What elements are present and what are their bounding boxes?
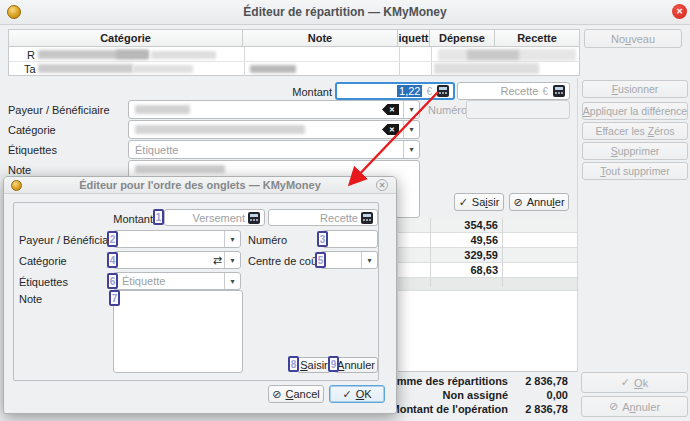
categorie-combobox[interactable]: ⇄ ▾ xyxy=(113,251,241,269)
vertical-separator xyxy=(577,78,578,372)
calculator-icon[interactable] xyxy=(437,85,449,97)
saisir-button[interactable]: ✓ Saisir xyxy=(454,193,504,211)
annuler-button[interactable]: Annuler xyxy=(334,357,378,373)
dialog-titlebar[interactable]: Éditeur pour l'ordre des onglets — KMyMo… xyxy=(4,177,396,194)
cancel-button[interactable]: ⊘ Cancel xyxy=(268,385,324,403)
recette-placeholder: Recette xyxy=(320,212,358,224)
column-header-depense[interactable]: Dépense xyxy=(430,29,495,47)
row1-text: R xyxy=(27,49,35,61)
numero-label: Numéro xyxy=(248,234,287,246)
tab-order-badge-centre[interactable]: 5 xyxy=(315,252,326,268)
column-header-note[interactable]: Note xyxy=(243,29,398,47)
tab-order-badge-payee[interactable]: 2 xyxy=(107,231,118,247)
saisir-button[interactable]: Saisir xyxy=(297,357,331,373)
chevron-down-icon[interactable]: ▾ xyxy=(403,101,419,118)
montant-value-selected: 1,22 xyxy=(397,85,422,97)
row-divider xyxy=(9,61,581,62)
chevron-down-icon[interactable]: ▾ xyxy=(224,231,240,247)
close-dialog-button[interactable]: ✕ xyxy=(376,179,388,191)
column-header-recette[interactable]: Recette xyxy=(495,29,580,47)
tab-order-dialog: Éditeur pour l'ordre des onglets — KMyMo… xyxy=(3,176,397,414)
currency-symbol: € xyxy=(542,86,548,97)
main-titlebar[interactable]: Éditeur de répartition — KMyMoney ✕ xyxy=(0,0,690,25)
tab-order-badge-annuler[interactable]: 9 xyxy=(328,356,339,372)
tab-order-badge-etiquettes[interactable]: 6 xyxy=(107,273,118,289)
ok-button[interactable]: ✓ OK xyxy=(329,385,385,403)
etiquette-placeholder: Étiquette xyxy=(122,275,165,287)
etiquettes-combobox[interactable]: Étiquette ▾ xyxy=(113,272,241,290)
table-row[interactable]: 354,56 xyxy=(398,218,577,233)
supprimer-button[interactable]: Supprimer xyxy=(582,142,688,160)
redacted-text xyxy=(133,65,193,73)
split-transaction-icon[interactable]: ⇄ xyxy=(213,254,222,267)
clear-field-icon[interactable]: ✕ xyxy=(382,124,399,135)
register-table[interactable]: 354,56 49,56 329,59 68,63 xyxy=(398,218,577,372)
versement-input[interactable]: Versement xyxy=(164,209,265,226)
tab-order-badge-saisir[interactable]: 8 xyxy=(288,356,299,372)
recette-input[interactable]: Recette xyxy=(268,209,378,226)
table-row[interactable]: 329,59 xyxy=(398,248,577,263)
annuler-button[interactable]: ⊘ Annuler xyxy=(509,193,569,211)
etiquettes-label: Étiquettes xyxy=(8,144,57,156)
numero-input[interactable] xyxy=(466,100,570,119)
recette-amount-input[interactable]: Recette € xyxy=(457,82,570,100)
table-row[interactable] xyxy=(398,278,577,291)
redacted-text xyxy=(135,165,225,173)
tab-order-badge-montant[interactable]: 1 xyxy=(153,209,164,225)
dialog-title: Éditeur pour l'ordre des onglets — KMyMo… xyxy=(4,179,396,191)
redacted-text xyxy=(135,125,305,134)
cancel-icon: ⊘ xyxy=(609,400,618,413)
split-table-rows[interactable]: R Ta xyxy=(8,47,580,76)
recette-placeholder: Recette xyxy=(501,85,539,97)
close-window-button[interactable]: ✕ xyxy=(672,4,687,19)
clear-field-icon[interactable]: ✕ xyxy=(382,104,399,115)
annuler-bottom-button[interactable]: ⊘ Annuler xyxy=(581,396,688,417)
check-icon: ✓ xyxy=(342,388,351,401)
chevron-down-icon[interactable]: ▾ xyxy=(403,121,419,138)
categorie-combobox[interactable]: ✕ ▾ xyxy=(128,120,420,139)
montant-input[interactable]: 1,22 € xyxy=(335,82,455,100)
calculator-icon[interactable] xyxy=(361,212,373,224)
window-title: Éditeur de répartition — KMyMoney xyxy=(0,5,690,19)
chevron-down-icon[interactable]: ▾ xyxy=(361,252,377,268)
ok-button[interactable]: ✓ Ok xyxy=(581,372,688,393)
payee-combobox[interactable]: ▾ xyxy=(113,230,241,248)
tab-order-badge-note[interactable]: 7 xyxy=(109,290,120,306)
montant-label: Montant xyxy=(250,86,332,98)
split-editor-window: Éditeur de répartition — KMyMoney ✕ Caté… xyxy=(0,0,690,421)
chevron-down-icon[interactable]: ▾ xyxy=(224,273,240,289)
column-header-categorie[interactable]: Catégorie xyxy=(8,29,243,47)
etiquettes-combobox[interactable]: Étiquette ▾ xyxy=(128,140,420,159)
appliquer-difference-button[interactable]: Appliquer la différence xyxy=(582,102,688,120)
tab-order-badge-numero[interactable]: 3 xyxy=(317,231,328,247)
table-row[interactable]: 49,56 xyxy=(398,233,577,248)
versement-placeholder: Versement xyxy=(192,212,245,224)
redacted-amount xyxy=(467,50,519,60)
calculator-icon[interactable] xyxy=(248,212,260,224)
row2-text: Ta xyxy=(24,63,36,75)
montant-label: Montant xyxy=(71,213,153,225)
chevron-down-icon[interactable]: ▾ xyxy=(224,252,240,268)
redacted-text xyxy=(38,64,133,73)
payee-label: Payeur / Bénéficiaire xyxy=(8,104,110,116)
chevron-down-icon[interactable]: ▾ xyxy=(403,141,419,158)
column-divider xyxy=(502,218,503,287)
nouveau-button[interactable]: Nouveau xyxy=(584,29,682,48)
currency-symbol: € xyxy=(426,86,432,97)
numero-input[interactable] xyxy=(322,230,378,248)
column-header-etiquettes[interactable]: iquett xyxy=(398,29,430,47)
fusionner-button[interactable]: Fusionner xyxy=(582,80,688,98)
etiquettes-label: Étiquettes xyxy=(19,276,68,288)
redacted-text xyxy=(135,105,190,114)
cancel-icon: ⊘ xyxy=(272,388,281,401)
effacer-zeros-button[interactable]: Effacer les Zéros xyxy=(582,122,688,140)
payee-combobox[interactable]: ✕ ▾ xyxy=(128,100,420,119)
table-row[interactable]: 68,63 xyxy=(398,263,577,278)
tab-order-badge-categorie[interactable]: 4 xyxy=(107,252,118,268)
calculator-icon[interactable] xyxy=(553,85,565,97)
payee-label: Payeur / Bénéficiaire xyxy=(19,234,121,246)
note-textarea[interactable] xyxy=(113,290,243,373)
centre-de-couts-combobox[interactable]: ▾ xyxy=(320,251,378,269)
redacted-text xyxy=(250,65,296,73)
tout-supprimer-button[interactable]: Tout supprimer xyxy=(582,162,688,180)
